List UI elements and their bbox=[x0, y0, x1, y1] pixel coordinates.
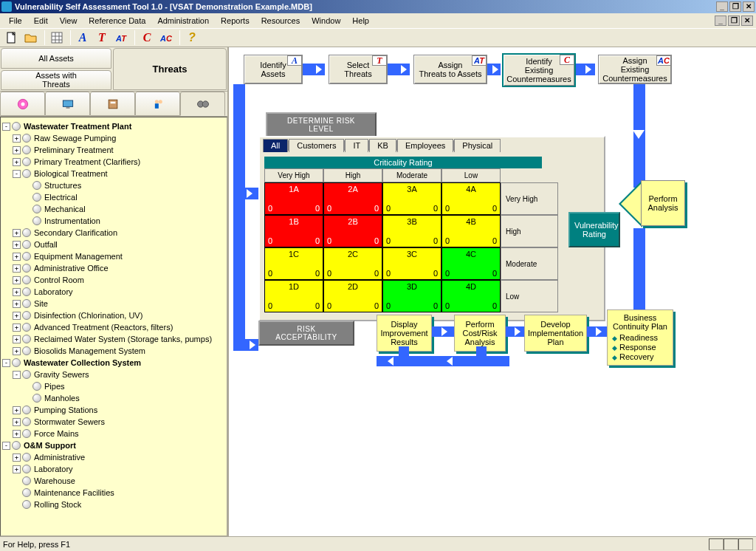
expand-icon[interactable]: + bbox=[13, 146, 21, 154]
tree-node[interactable]: +Outfall bbox=[13, 239, 225, 250]
expand-icon[interactable]: + bbox=[13, 418, 21, 426]
cat-kb-icon[interactable] bbox=[90, 92, 135, 116]
expand-icon[interactable]: + bbox=[13, 264, 21, 273]
matrix-tab-employees[interactable]: Employees bbox=[397, 139, 453, 152]
matrix-cell-3D[interactable]: 3D00 bbox=[382, 280, 441, 312]
expand-icon[interactable]: + bbox=[13, 430, 21, 438]
tree-node[interactable]: Rolling Stock bbox=[13, 499, 225, 510]
expand-icon[interactable]: + bbox=[13, 134, 21, 143]
tree-node[interactable]: +Preliminary Treatment bbox=[13, 144, 225, 156]
expand-icon[interactable]: + bbox=[13, 276, 21, 284]
menu-file[interactable]: File bbox=[3, 15, 28, 27]
expand-icon[interactable]: + bbox=[13, 324, 21, 332]
tree-node[interactable]: Electrical bbox=[23, 191, 225, 203]
tree-node[interactable]: +Advanced Treatment (Reactors, filters) bbox=[13, 321, 225, 333]
expand-icon[interactable]: + bbox=[13, 288, 21, 296]
tree-node[interactable]: Maintenance Facilities bbox=[13, 487, 225, 499]
risk-acceptability-button[interactable]: RISK ACCEPTABILITY bbox=[258, 321, 354, 346]
close-button[interactable]: ✕ bbox=[743, 1, 755, 12]
tree-node[interactable]: +Disinfection (Chlorination, UV) bbox=[13, 309, 225, 321]
countermeasures-button[interactable]: C bbox=[138, 30, 156, 46]
matrix-cell-2A[interactable]: 2A00 bbox=[323, 182, 382, 215]
expand-icon[interactable]: + bbox=[13, 158, 21, 166]
tree-node[interactable]: Structures bbox=[23, 179, 225, 191]
new-button[interactable] bbox=[3, 30, 21, 46]
wf-identify-assets[interactable]: Identify AssetsA bbox=[244, 55, 303, 84]
tree-node[interactable]: -Biological Treatment bbox=[13, 168, 225, 179]
expand-icon[interactable]: + bbox=[13, 241, 21, 249]
menu-edit[interactable]: Edit bbox=[28, 15, 54, 27]
tree-node[interactable]: -Gravity Sewers bbox=[13, 369, 225, 380]
expand-icon[interactable]: + bbox=[13, 229, 21, 237]
matrix-cell-3B[interactable]: 3B00 bbox=[382, 215, 441, 247]
tree-node[interactable]: Instrumentation bbox=[23, 215, 225, 227]
asset-tree[interactable]: -Wastewater Treatment Plant+Raw Sewage P… bbox=[0, 117, 227, 536]
matrix-cell-3C[interactable]: 3C00 bbox=[382, 247, 441, 280]
wf-assign-threats[interactable]: Assign Threats to AssetsAT bbox=[413, 55, 487, 84]
matrix-cell-4B[interactable]: 4B00 bbox=[441, 215, 501, 247]
tree-node[interactable]: +Reclaimed Water System (Storage tanks, … bbox=[13, 333, 225, 345]
matrix-tab-customers[interactable]: Customers bbox=[289, 139, 344, 152]
tab-all-assets[interactable]: All Assets bbox=[1, 48, 111, 69]
cat-it-icon[interactable] bbox=[45, 92, 90, 116]
expand-icon[interactable]: + bbox=[13, 335, 21, 343]
maximize-button[interactable]: ❐ bbox=[729, 1, 741, 12]
mdi-minimize-button[interactable]: _ bbox=[715, 16, 726, 26]
assign-countermeasures-button[interactable]: AC bbox=[157, 30, 175, 46]
cat-customers-icon[interactable] bbox=[180, 92, 225, 116]
collapse-icon[interactable]: - bbox=[2, 442, 10, 450]
tree-node[interactable]: +Laboratory bbox=[13, 286, 225, 298]
tree-node[interactable]: Mechanical bbox=[23, 203, 225, 215]
collapse-icon[interactable]: - bbox=[13, 170, 21, 178]
tree-node[interactable]: -Wastewater Treatment Plant bbox=[2, 120, 225, 132]
matrix-cell-1B[interactable]: 1B00 bbox=[264, 215, 323, 247]
tree-node[interactable]: -Wastewater Collection System bbox=[2, 357, 225, 369]
tree-node[interactable]: +Biosolids Management System bbox=[13, 345, 225, 357]
cat-employees-icon[interactable] bbox=[135, 92, 180, 116]
tree-node[interactable]: +Administrative bbox=[13, 451, 225, 463]
matrix-cell-1A[interactable]: 1A00 bbox=[264, 182, 323, 215]
expand-icon[interactable]: + bbox=[13, 312, 21, 320]
menu-view[interactable]: View bbox=[54, 15, 83, 27]
expand-icon[interactable]: + bbox=[13, 300, 21, 308]
matrix-cell-4A[interactable]: 4A00 bbox=[441, 182, 501, 215]
tree-node[interactable]: Warehouse bbox=[13, 475, 225, 487]
menu-administration[interactable]: Administration bbox=[151, 15, 215, 27]
matrix-tab-all[interactable]: All bbox=[263, 139, 288, 152]
matrix-cell-2C[interactable]: 2C00 bbox=[323, 247, 382, 280]
mdi-close-button[interactable]: ✕ bbox=[741, 16, 753, 26]
grid-button[interactable] bbox=[48, 30, 66, 46]
matrix-cell-2B[interactable]: 2B00 bbox=[323, 215, 382, 247]
matrix-cell-2D[interactable]: 2D00 bbox=[323, 280, 382, 312]
tree-node[interactable]: Manholes bbox=[23, 392, 225, 404]
expand-icon[interactable]: + bbox=[13, 454, 21, 462]
cat-physical-icon[interactable] bbox=[0, 92, 45, 116]
tree-node[interactable]: +Primary Treatment (Clarifiers) bbox=[13, 156, 225, 168]
tab-threats[interactable]: Threats bbox=[113, 48, 227, 90]
minimize-button[interactable]: _ bbox=[716, 1, 728, 12]
assign-threats-button[interactable]: AT bbox=[112, 30, 130, 46]
wf-identify-countermeasures[interactable]: Identify Existing CountermeasuresC bbox=[502, 53, 576, 87]
perform-analysis-box[interactable]: Perform Analysis bbox=[641, 180, 685, 226]
wf-assign-countermeasures[interactable]: Assign Existing CountermeasuresAC bbox=[598, 55, 672, 84]
collapse-icon[interactable]: - bbox=[13, 371, 21, 379]
tree-node[interactable]: +Control Room bbox=[13, 274, 225, 286]
matrix-cell-4C[interactable]: 4C00 bbox=[441, 247, 501, 280]
tree-node[interactable]: +Stormwater Sewers bbox=[13, 416, 225, 428]
wf-select-threats[interactable]: Select ThreatsT bbox=[329, 55, 388, 84]
matrix-tab-physical[interactable]: Physical bbox=[454, 139, 501, 152]
tree-node[interactable]: +Laboratory bbox=[13, 463, 225, 475]
develop-plan-box[interactable]: Develop Implementation Plan bbox=[524, 315, 587, 352]
menu-window[interactable]: Window bbox=[306, 15, 346, 27]
determine-risk-button[interactable]: DETERMINE RISK LEVEL bbox=[266, 112, 377, 137]
tree-node[interactable]: -O&M Support bbox=[2, 439, 225, 451]
expand-icon[interactable]: + bbox=[13, 347, 21, 355]
menu-resources[interactable]: Resources bbox=[255, 15, 306, 27]
expand-icon[interactable]: + bbox=[13, 406, 21, 414]
mdi-restore-button[interactable]: ❐ bbox=[728, 16, 740, 26]
tree-node[interactable]: +Force Mains bbox=[13, 428, 225, 439]
tree-node[interactable]: +Site bbox=[13, 298, 225, 309]
tree-node[interactable]: +Raw Sewage Pumping bbox=[13, 132, 225, 144]
expand-icon[interactable]: + bbox=[13, 253, 21, 261]
matrix-tab-kb[interactable]: KB bbox=[369, 139, 396, 152]
